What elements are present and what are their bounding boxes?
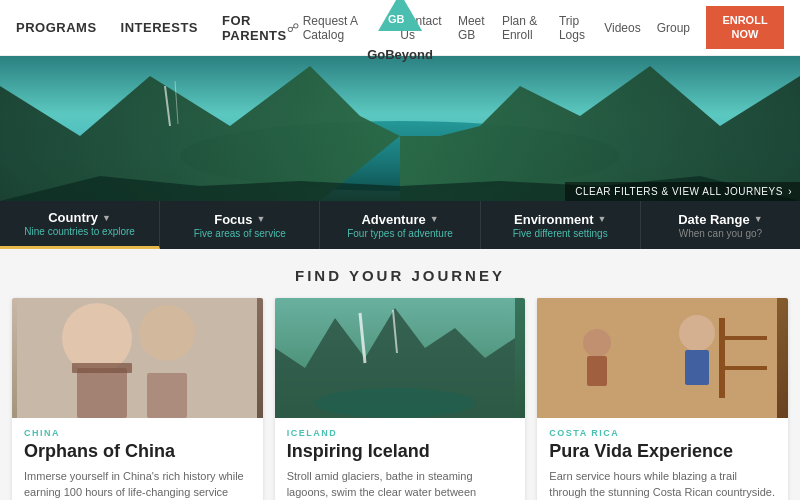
card-title-china: Orphans of China (24, 442, 251, 462)
nav-for-parents[interactable]: For Parents (222, 13, 287, 43)
nav-programs[interactable]: Programs (16, 20, 97, 35)
hero-section: CLEAR FILTERS & VIEW ALL JOURNEYS › (0, 56, 800, 201)
chevron-down-icon: ▼ (102, 213, 111, 223)
svg-point-9 (139, 305, 195, 361)
nav-group[interactable]: Group (657, 21, 690, 35)
card-costarica[interactable]: COSTA RICA Pura Vida Experience Earn ser… (537, 298, 788, 500)
filter-environment[interactable]: Environment ▼ Five different settings (481, 201, 641, 249)
card-country-costarica: COSTA RICA (549, 428, 776, 438)
filter-country[interactable]: Country ▼ Nine countries to explore (0, 201, 160, 249)
enroll-button[interactable]: ENROLL NOW (706, 6, 784, 48)
top-bar: Programs Interests For Parents GoBeyond … (0, 0, 800, 56)
card-body-china: CHINA Orphans of China Immerse yourself … (12, 418, 263, 500)
card-country-china: CHINA (24, 428, 251, 438)
svg-rect-11 (72, 363, 132, 373)
costarica-illustration (537, 298, 777, 418)
svg-point-8 (62, 303, 132, 373)
card-iceland[interactable]: ICELAND Inspiring Iceland Stroll amid gl… (275, 298, 526, 500)
svg-rect-12 (147, 373, 187, 418)
logo-text[interactable]: GoBeyond (367, 47, 433, 62)
iceland-illustration (275, 298, 515, 418)
catalog-icon: ☍ (287, 21, 299, 35)
svg-point-24 (583, 329, 611, 357)
section-title: FIND YOUR JOURNEY (0, 249, 800, 298)
card-image-iceland (275, 298, 526, 418)
filter-bar: Country ▼ Nine countries to explore Focu… (0, 201, 800, 249)
nav-trip-logs[interactable]: Trip Logs (559, 14, 588, 42)
svg-rect-25 (587, 356, 607, 386)
card-desc-china: Immerse yourself in China's rich history… (24, 468, 251, 500)
filter-date-range[interactable]: Date Range ▼ When can you go? (641, 201, 800, 249)
request-catalog-link[interactable]: ☍ Request A Catalog (287, 14, 375, 42)
card-title-iceland: Inspiring Iceland (287, 442, 514, 462)
chevron-down-icon: ▼ (597, 214, 606, 224)
svg-rect-7 (17, 298, 257, 418)
card-china[interactable]: CHINA Orphans of China Immerse yourself … (12, 298, 263, 500)
chevron-down-icon: ▼ (256, 214, 265, 224)
filter-adventure[interactable]: Adventure ▼ Four types of adventure (320, 201, 480, 249)
card-image-china (12, 298, 263, 418)
chevron-down-icon: ▼ (430, 214, 439, 224)
clear-filters-label: CLEAR FILTERS & VIEW ALL JOURNEYS (575, 186, 783, 197)
clear-filters-bar[interactable]: CLEAR FILTERS & VIEW ALL JOURNEYS › (565, 182, 800, 201)
cards-row: CHINA Orphans of China Immerse yourself … (0, 298, 800, 500)
card-desc-iceland: Stroll amid glaciers, bathe in steaming … (287, 468, 514, 500)
filter-focus[interactable]: Focus ▼ Five areas of service (160, 201, 320, 249)
svg-point-17 (315, 388, 475, 418)
nav-plan-enroll[interactable]: Plan & Enroll (502, 14, 543, 42)
nav-meet-gb[interactable]: Meet GB (458, 14, 486, 42)
card-body-costarica: COSTA RICA Pura Vida Experience Earn ser… (537, 418, 788, 500)
card-country-iceland: ICELAND (287, 428, 514, 438)
nav-interests[interactable]: Interests (121, 20, 198, 35)
hero-background (0, 56, 800, 201)
logo-triangle-icon (378, 0, 422, 31)
main-nav: Programs Interests For Parents (16, 13, 287, 43)
svg-rect-10 (77, 368, 127, 418)
card-title-costarica: Pura Vida Experience (549, 442, 776, 462)
secondary-nav: Meet GB Plan & Enroll Trip Logs Videos G… (458, 14, 690, 42)
chevron-down-icon: ▼ (754, 214, 763, 224)
card-body-iceland: ICELAND Inspiring Iceland Stroll amid gl… (275, 418, 526, 500)
svg-point-19 (679, 315, 715, 351)
china-illustration (17, 298, 257, 418)
arrow-icon: › (788, 186, 792, 197)
card-desc-costarica: Earn service hours while blazing a trail… (549, 468, 776, 500)
card-image-costarica (537, 298, 788, 418)
svg-rect-20 (685, 350, 709, 385)
nav-videos[interactable]: Videos (604, 21, 640, 35)
svg-rect-18 (537, 298, 777, 418)
logo-area: GoBeyond (367, 0, 433, 62)
